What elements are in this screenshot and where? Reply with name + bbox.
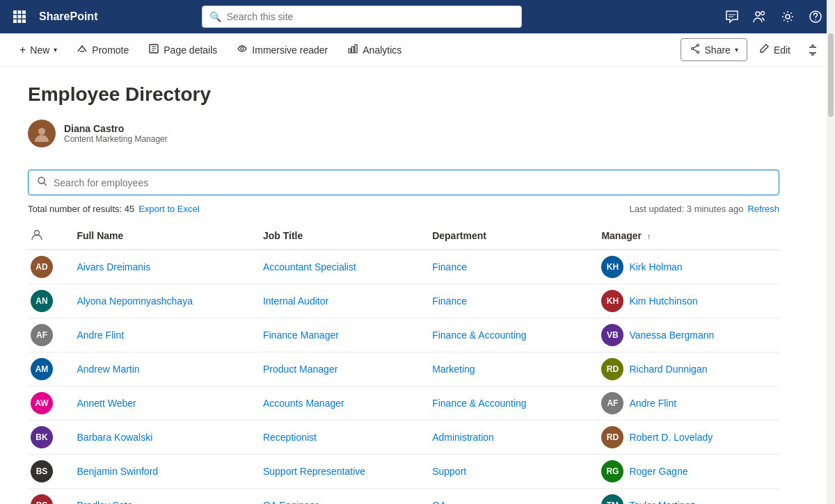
share-button[interactable]: Share ▾: [681, 38, 747, 61]
svg-rect-2: [22, 10, 26, 14]
department-cell: Finance: [424, 284, 593, 318]
employee-name-link[interactable]: Aivars Dreimanis: [77, 261, 150, 273]
job-title-cell: Product Manager: [255, 352, 424, 387]
job-title-cell: Accountant Specialist: [255, 250, 424, 284]
analytics-button[interactable]: Analytics: [339, 39, 410, 60]
page-content: Employee Directory Diana Castro Content …: [0, 67, 807, 504]
svg-rect-4: [18, 15, 22, 19]
job-title-cell: Internal Auditor: [255, 284, 424, 318]
immersive-reader-label: Immersive reader: [252, 44, 328, 56]
manager-name-link[interactable]: Kirk Holman: [629, 261, 682, 273]
analytics-label: Analytics: [363, 44, 401, 56]
results-count: Total number of results: 45: [28, 204, 134, 214]
top-search-bar[interactable]: 🔍: [202, 6, 522, 28]
employee-name-link[interactable]: Benjamin Swinford: [77, 466, 158, 477]
last-updated-text: Last updated: 3 minutes ago: [629, 204, 743, 214]
waffle-menu-button[interactable]: [8, 6, 31, 28]
job-title-cell: Support Representative: [255, 455, 424, 489]
department-link[interactable]: Support: [432, 466, 466, 477]
manager-name-link[interactable]: Robert D. Lovelady: [629, 432, 713, 443]
top-search-input[interactable]: [227, 11, 514, 22]
employee-name-link[interactable]: Annett Weber: [77, 398, 136, 409]
job-title-cell: Receptionist: [255, 421, 424, 455]
job-title-link[interactable]: Receptionist: [263, 432, 317, 443]
svg-point-18: [691, 48, 693, 50]
job-title-link[interactable]: Support Representative: [263, 466, 365, 477]
toolbar-right-actions: Share ▾ Edit: [681, 38, 824, 61]
table-row: BK Barbara Kowalski Receptionist Adminis…: [28, 421, 779, 455]
department-link[interactable]: Finance & Accounting: [432, 330, 526, 341]
job-title-link[interactable]: Accounts Manager: [263, 398, 344, 409]
employee-name-cell: Bradley Soto: [68, 489, 255, 505]
svg-point-17: [697, 51, 699, 54]
page-details-label: Page details: [164, 44, 217, 56]
manager-cell: KH Kim Hutchinson: [593, 284, 779, 318]
department-link[interactable]: Marketing: [432, 364, 475, 375]
department-link[interactable]: Finance: [432, 261, 467, 273]
department-link[interactable]: Administration: [432, 432, 494, 443]
new-button[interactable]: + New ▾: [11, 40, 65, 60]
employee-name-link[interactable]: Andrew Martin: [77, 364, 139, 375]
refresh-link[interactable]: Refresh: [747, 204, 779, 214]
department-link[interactable]: QA: [432, 500, 446, 504]
people-icon-button[interactable]: [749, 6, 771, 28]
job-title-link[interactable]: Accountant Specialist: [263, 261, 356, 273]
scrollbar-track[interactable]: [827, 0, 835, 504]
department-link[interactable]: Finance & Accounting: [432, 398, 526, 409]
author-block: Diana Castro Content Marketing Manager: [28, 120, 779, 147]
edit-button[interactable]: Edit: [750, 39, 799, 60]
department-cell: Finance & Accounting: [424, 387, 593, 421]
top-search-container: 🔍: [202, 6, 522, 28]
manager-cell: RD Robert D. Lovelady: [593, 421, 779, 455]
employee-name-link[interactable]: Alyona Nepomnyashchaya: [77, 295, 193, 307]
table-row: AD Aivars Dreimanis Accountant Specialis…: [28, 250, 779, 284]
promote-icon: [77, 43, 88, 56]
directory-search-container[interactable]: [28, 170, 779, 195]
department-cell: QA: [424, 489, 593, 505]
immersive-reader-button[interactable]: Immersive reader: [228, 39, 336, 60]
help-icon-button[interactable]: [804, 6, 827, 28]
table-row: AF Andre Flint Finance Manager Finance &…: [28, 318, 779, 352]
employee-avatar: AN: [31, 290, 53, 312]
scrollbar-thumb[interactable]: [828, 33, 834, 117]
results-left: Total number of results: 45 Export to Ex…: [28, 204, 200, 214]
manager-avatar: TM: [601, 494, 623, 504]
edit-label: Edit: [774, 44, 790, 56]
job-title-link[interactable]: Internal Auditor: [263, 295, 328, 307]
page-title: Employee Directory: [28, 83, 779, 106]
collapse-button[interactable]: [802, 39, 824, 61]
manager-name-link[interactable]: Andre Flint: [629, 398, 676, 409]
manager-name-link[interactable]: Richard Dunnigan: [629, 364, 707, 375]
employee-table: Full Name Job Title Department Manager ↑…: [28, 222, 779, 504]
employee-name-link[interactable]: Bradley Soto: [77, 500, 132, 504]
manager-name-link[interactable]: Roger Gagne: [629, 466, 687, 477]
employee-name-link[interactable]: Barbara Kowalski: [77, 432, 152, 443]
export-to-excel-link[interactable]: Export to Excel: [138, 204, 199, 214]
author-info: Diana Castro Content Marketing Manager: [64, 123, 168, 144]
department-link[interactable]: Finance: [432, 295, 467, 307]
department-cell: Marketing: [424, 352, 593, 387]
manager-name-link[interactable]: Vanessa Bergmann: [629, 330, 714, 341]
promote-button[interactable]: Promote: [68, 39, 137, 60]
employee-avatar: AM: [31, 358, 53, 380]
share-label: Share: [705, 44, 731, 56]
employee-search-input[interactable]: [54, 177, 770, 188]
new-chevron-icon: ▾: [54, 46, 57, 54]
department-cell: Finance & Accounting: [424, 318, 593, 352]
manager-name-link[interactable]: Taylor Martinez: [629, 500, 695, 504]
job-title-link[interactable]: QA Engineer: [263, 500, 318, 504]
manager-name-link[interactable]: Kim Hutchinson: [629, 295, 697, 307]
svg-point-15: [241, 47, 244, 50]
table-row: AW Annett Weber Accounts Manager Finance…: [28, 387, 779, 421]
employee-name-link[interactable]: Andre Flint: [77, 330, 124, 341]
employee-avatar-cell: BS: [28, 455, 68, 489]
job-title-link[interactable]: Product Manager: [263, 364, 337, 375]
employee-name-cell: Andre Flint: [68, 318, 255, 352]
chat-icon-button[interactable]: [721, 6, 743, 28]
job-title-link[interactable]: Finance Manager: [263, 330, 339, 341]
jobtitle-column-header: Job Title: [255, 222, 424, 250]
page-details-button[interactable]: Page details: [140, 39, 225, 60]
manager-sort-icon[interactable]: ↑: [647, 232, 651, 241]
manager-cell: AF Andre Flint: [593, 387, 779, 421]
settings-icon-button[interactable]: [777, 6, 799, 28]
